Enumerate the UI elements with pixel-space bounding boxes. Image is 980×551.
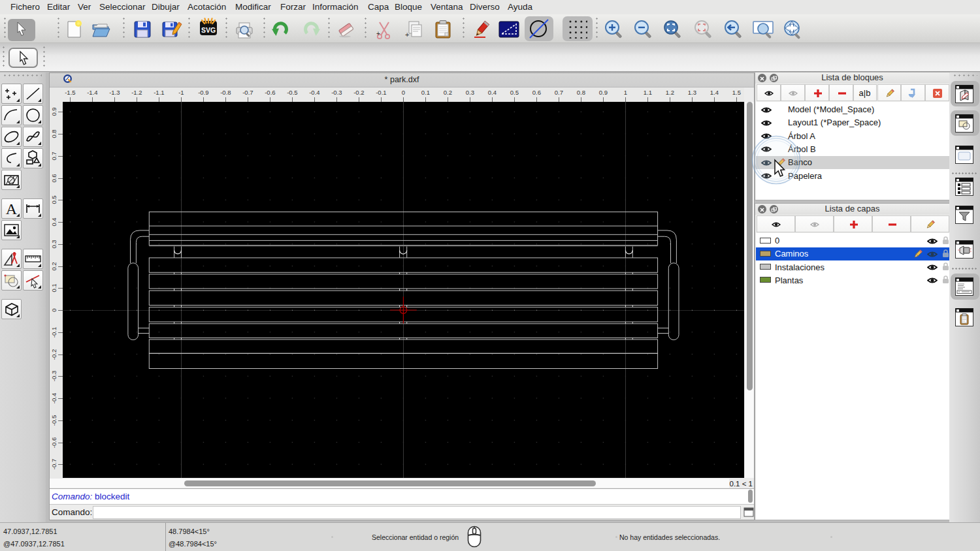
svg-text:+: + [376, 30, 380, 37]
svg-text:SVG: SVG [201, 26, 216, 34]
svg-text:+: + [405, 31, 409, 39]
